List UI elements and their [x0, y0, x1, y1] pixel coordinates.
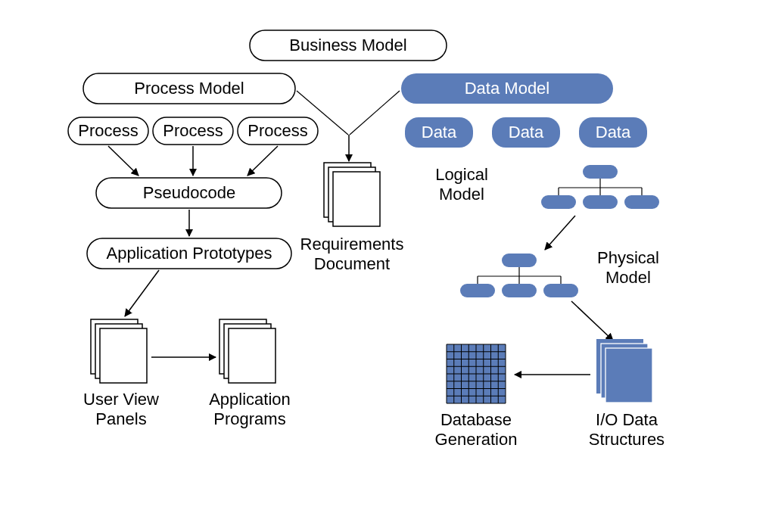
node-data-model: Data Model [401, 73, 613, 104]
svg-rect-13 [333, 172, 380, 226]
arrow-prototypes-userview [125, 270, 159, 316]
node-pseudocode: Pseudocode [96, 178, 282, 208]
database-generation-label-l2: Generation [435, 430, 518, 449]
requirements-document-label-l2: Document [314, 254, 390, 273]
arrow-process1-pseudocode [108, 146, 139, 176]
pseudocode-label: Pseudocode [143, 183, 235, 202]
svg-rect-20 [541, 195, 576, 209]
merge-line-right [350, 91, 400, 135]
svg-rect-34 [605, 348, 652, 403]
node-process-model: Process Model [83, 73, 295, 104]
svg-rect-22 [624, 195, 659, 209]
svg-rect-21 [583, 195, 618, 209]
user-view-panels-label-l1: User View [83, 390, 159, 409]
arrow-logical-physical [545, 216, 575, 250]
node-process-3: Process [238, 117, 318, 145]
svg-rect-30 [502, 284, 537, 297]
process-2-label: Process [163, 121, 223, 140]
svg-rect-56 [100, 328, 147, 383]
process-model-label: Process Model [134, 79, 244, 98]
business-model-label: Business Model [289, 36, 406, 54]
physical-model-label-l1: Physical [597, 248, 659, 267]
application-programs-icon [219, 319, 275, 383]
logical-model-label-l2: Model [439, 185, 484, 204]
logical-model-label-l1: Logical [435, 165, 488, 184]
svg-rect-29 [460, 284, 495, 297]
node-data-2: Data [492, 117, 560, 148]
node-process-2: Process [153, 117, 233, 145]
data-1-label: Data [422, 123, 457, 142]
io-data-structures-label-l1: I/O Data [596, 410, 658, 429]
physical-model-icon [460, 254, 578, 297]
logical-model-icon [541, 165, 659, 209]
physical-model-label-l2: Model [605, 268, 651, 287]
node-application-prototypes: Application Prototypes [87, 238, 291, 269]
application-prototypes-label: Application Prototypes [107, 244, 272, 263]
application-programs-label-l1: Application [209, 390, 291, 409]
node-process-1: Process [68, 117, 148, 145]
database-generation-icon [447, 344, 506, 403]
svg-rect-23 [502, 254, 537, 267]
application-programs-label-l2: Programs [213, 409, 285, 428]
user-view-panels-icon [91, 319, 147, 383]
data-3-label: Data [596, 123, 631, 142]
requirements-document-label-l1: Requirements [300, 235, 404, 254]
node-business-model: Business Model [250, 30, 447, 61]
data-2-label: Data [509, 123, 544, 142]
data-model-label: Data Model [465, 79, 550, 98]
database-generation-label-l1: Database [440, 410, 512, 429]
node-data-3: Data [579, 117, 647, 148]
requirements-document-icon [324, 163, 380, 226]
io-data-structures-label-l2: Structures [589, 430, 665, 449]
node-data-1: Data [405, 117, 473, 148]
user-view-panels-label-l2: Panels [95, 409, 146, 428]
arrow-physical-io [571, 301, 613, 341]
svg-rect-14 [583, 165, 618, 179]
svg-rect-59 [229, 328, 275, 383]
process-3-label: Process [247, 121, 307, 140]
arrow-process3-pseudocode [247, 146, 278, 176]
io-data-structures-icon [596, 339, 652, 403]
process-1-label: Process [78, 121, 138, 140]
svg-rect-31 [543, 284, 578, 297]
